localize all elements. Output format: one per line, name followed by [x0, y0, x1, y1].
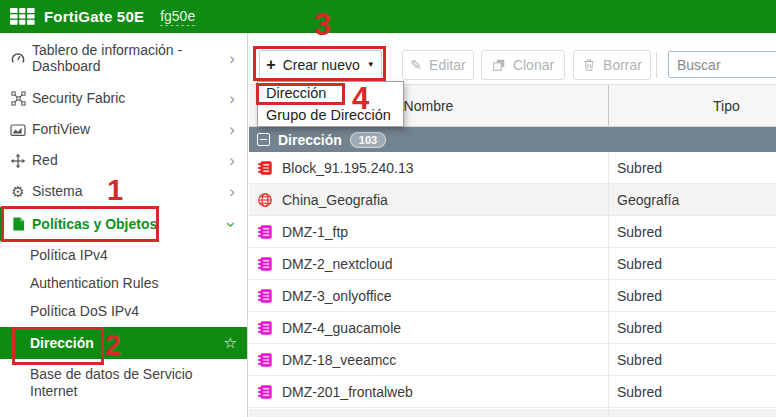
clone-icon — [492, 58, 506, 72]
policy-document-icon — [8, 216, 28, 232]
sidebar-item-label: Sistema — [32, 183, 229, 199]
sidebar-item-dashboard[interactable]: Tablero de información - Dashboard › — [0, 33, 247, 83]
fortigate-window: FortiGate 50E fg50e Tablero de informaci… — [0, 0, 776, 417]
create-new-label: Crear nuevo — [283, 57, 360, 73]
table-row[interactable]: DMZ-4_guacamole Subred — [249, 312, 776, 344]
create-new-dropdown: Dirección Grupo de Dirección — [257, 81, 404, 127]
address-name: DMZ-4_guacamole — [282, 320, 401, 336]
dropdown-item-address[interactable]: Dirección — [258, 82, 403, 104]
sidebar-item-label: Políticas y Objetos — [32, 216, 229, 232]
table-row[interactable]: DMZ-1_ftp Subred — [249, 216, 776, 248]
chevron-down-icon: › — [224, 221, 241, 227]
hostname-label[interactable]: fg50e — [160, 8, 195, 26]
sidebar-item-label: FortiView — [32, 121, 229, 137]
edit-label: Editar — [429, 57, 466, 73]
address-icon — [257, 288, 273, 304]
sub-item-label: Política IPv4 — [30, 247, 108, 263]
delete-button[interactable]: Borrar — [573, 50, 651, 80]
sub-item-label: Authentication Rules — [30, 275, 158, 291]
column-header-type[interactable]: Tipo — [609, 85, 776, 126]
address-type: Subred — [609, 152, 776, 183]
fortiview-icon — [8, 122, 28, 138]
group-label: Dirección — [278, 132, 342, 148]
geography-globe-icon — [257, 192, 273, 208]
address-icon — [257, 352, 273, 368]
delete-label: Borrar — [603, 57, 642, 73]
fortinet-logo-icon — [10, 8, 35, 25]
pencil-icon: ✎ — [410, 57, 422, 73]
sidebar-item-system[interactable]: ⚙ Sistema › — [0, 176, 247, 207]
sidebar-item-policies-objects[interactable]: Políticas y Objetos › — [0, 207, 247, 241]
sub-item-label: Política DoS IPv4 — [30, 303, 139, 319]
count-badge: 103 — [350, 132, 386, 148]
address-icon — [257, 224, 273, 240]
gear-icon: ⚙ — [8, 183, 28, 201]
edit-button[interactable]: ✎ Editar — [402, 50, 474, 80]
sidebar-item-internet-service-db[interactable]: Base de datos de Servicio Internet — [0, 359, 247, 407]
security-fabric-icon — [8, 91, 28, 106]
address-icon — [257, 160, 273, 176]
chevron-right-icon: › — [229, 183, 235, 200]
sidebar-item-address[interactable]: Dirección ☆ — [0, 327, 247, 359]
address-name: DMZ-201_frontalweb — [282, 384, 413, 400]
dashboard-icon — [8, 50, 28, 66]
create-new-button[interactable]: + Crear nuevo ▼ — [259, 50, 382, 80]
sidebar-item-security-fabric[interactable]: Security Fabric › — [0, 83, 247, 114]
collapse-minus-icon[interactable] — [257, 133, 270, 146]
address-type: Subred — [609, 216, 776, 247]
dropdown-item-address-group[interactable]: Grupo de Dirección — [258, 104, 403, 126]
top-bar: FortiGate 50E fg50e — [0, 0, 776, 33]
address-type: Subred — [609, 376, 776, 407]
table-row[interactable]: DMZ-3_onlyoffice Subred — [249, 280, 776, 312]
sub-item-label: Base de datos de Servicio Internet — [30, 366, 213, 400]
sub-item-label: Dirección — [30, 335, 94, 351]
table-row[interactable]: DMZ-18_veeamcc Subred — [249, 344, 776, 376]
caret-down-icon: ▼ — [367, 61, 375, 69]
network-move-icon — [8, 153, 28, 169]
address-type: Subred — [609, 344, 776, 375]
sidebar-item-label: Security Fabric — [32, 90, 229, 106]
address-type: Subred — [609, 312, 776, 343]
clone-button[interactable]: Clonar — [481, 50, 565, 80]
search-input[interactable] — [668, 51, 776, 78]
address-name: DMZ-1_ftp — [282, 224, 348, 240]
chevron-right-icon: › — [229, 152, 235, 169]
chevron-right-icon: › — [229, 50, 235, 67]
plus-icon: + — [266, 57, 275, 73]
sidebar-item-policy-dos-ipv4[interactable]: Política DoS IPv4 — [0, 297, 247, 325]
address-icon — [257, 256, 273, 272]
trash-icon — [582, 58, 596, 72]
address-type: Geografía — [609, 184, 776, 215]
sidebar-item-fortiview[interactable]: FortiView › — [0, 114, 247, 145]
address-type: Subred — [609, 248, 776, 279]
address-name: Block_91.195.240.13 — [282, 160, 414, 176]
table-row[interactable]: DMZ-201_frontalweb Subred — [249, 376, 776, 408]
partial-next-row — [249, 409, 776, 417]
table-row[interactable]: China_Geografia Geografía — [249, 184, 776, 216]
group-row-address[interactable]: Dirección 103 — [249, 127, 776, 152]
favorite-star-icon[interactable]: ☆ — [224, 334, 237, 352]
address-icon — [257, 320, 273, 336]
sidebar: Tablero de información - Dashboard › Sec… — [0, 33, 248, 417]
chevron-right-icon: › — [229, 121, 235, 138]
clone-label: Clonar — [513, 57, 554, 73]
sidebar-item-authentication-rules[interactable]: Authentication Rules — [0, 269, 247, 297]
sidebar-item-label: Red — [32, 152, 229, 168]
chevron-right-icon: › — [229, 90, 235, 107]
address-icon — [257, 384, 273, 400]
table-row[interactable]: DMZ-2_nextcloud Subred — [249, 248, 776, 280]
sidebar-item-network[interactable]: Red › — [0, 145, 247, 176]
address-name: DMZ-2_nextcloud — [282, 256, 393, 272]
table-row[interactable]: Block_91.195.240.13 Subred — [249, 152, 776, 184]
sidebar-item-policy-ipv4[interactable]: Política IPv4 — [0, 241, 247, 269]
address-name: DMZ-3_onlyoffice — [282, 288, 391, 304]
sidebar-item-label: Tablero de información - Dashboard — [32, 42, 229, 74]
address-type: Subred — [609, 280, 776, 311]
address-name: DMZ-18_veeamcc — [282, 352, 396, 368]
toolbar-divider — [656, 52, 657, 78]
address-name: China_Geografia — [282, 192, 388, 208]
product-title: FortiGate 50E — [44, 8, 144, 25]
